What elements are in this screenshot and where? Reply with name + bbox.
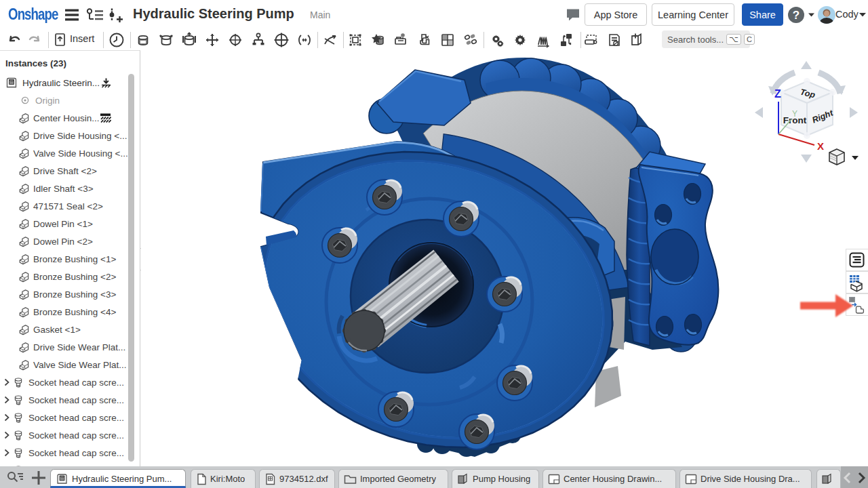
svg-text:Z: Z [774,88,781,100]
svg-text:Y: Y [792,109,797,119]
svg-text:X: X [817,140,824,152]
svg-text:?: ? [793,9,800,22]
